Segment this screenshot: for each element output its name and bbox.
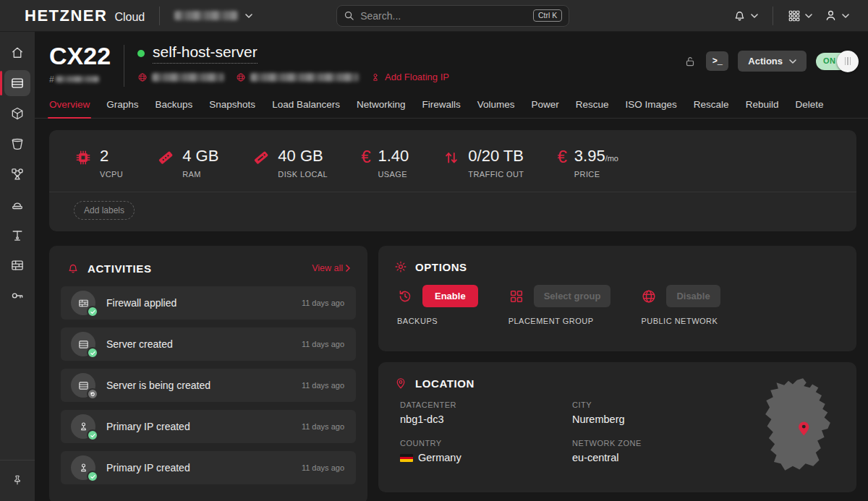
console-button[interactable]: >_ bbox=[706, 51, 728, 71]
stat-label: VCPU bbox=[100, 170, 123, 179]
stat-label: PRICE bbox=[574, 170, 618, 179]
user-menu-button[interactable] bbox=[818, 4, 855, 27]
ipv4-address[interactable] bbox=[137, 72, 224, 82]
server-tabs: Overview Graphs Backups Snapshots Load B… bbox=[35, 87, 868, 119]
brand-suffix: Cloud bbox=[114, 11, 145, 24]
activity-row[interactable]: Server is being created 11 days ago bbox=[61, 369, 356, 402]
option-public-network: Disable PUBLIC NETWORK bbox=[641, 285, 720, 325]
key-icon bbox=[10, 288, 25, 303]
chevron-down-icon bbox=[789, 59, 796, 64]
bell-icon bbox=[733, 9, 746, 22]
search-box[interactable]: Ctrl K bbox=[336, 5, 569, 27]
activity-row[interactable]: Primary IP created 11 days ago bbox=[61, 410, 356, 443]
tab-volumes[interactable]: Volumes bbox=[477, 99, 515, 118]
activity-row[interactable]: Server created 11 days ago bbox=[61, 327, 356, 361]
power-toggle[interactable]: ON bbox=[816, 53, 856, 70]
field-label: COUNTRY bbox=[400, 439, 572, 448]
actions-label: Actions bbox=[748, 56, 783, 67]
field-value: nbg1-dc3 bbox=[400, 414, 572, 425]
select-group-button: Select group bbox=[534, 285, 611, 307]
activity-row[interactable]: Primary IP created 11 days ago bbox=[61, 451, 356, 484]
server-name[interactable]: self-host-server bbox=[153, 43, 258, 64]
stat-value: 0/20 TB bbox=[468, 147, 524, 165]
search-input[interactable] bbox=[360, 10, 527, 22]
bucket-icon bbox=[10, 137, 25, 151]
sidebar-item-servers[interactable] bbox=[4, 70, 30, 96]
toggle-knob bbox=[837, 51, 859, 72]
tab-iso-images[interactable]: ISO Images bbox=[626, 99, 677, 118]
disk-icon bbox=[252, 148, 271, 167]
add-labels-button[interactable]: Add labels bbox=[74, 201, 135, 220]
server-id-prefix: # bbox=[49, 74, 54, 85]
brand-text: HETZNER bbox=[25, 7, 107, 25]
tab-graphs[interactable]: Graphs bbox=[106, 99, 138, 118]
stat-value: 4 GB bbox=[182, 147, 218, 165]
tab-networking[interactable]: Networking bbox=[357, 99, 406, 118]
topbar-actions bbox=[727, 4, 855, 27]
tab-firewalls[interactable]: Firewalls bbox=[422, 99, 460, 118]
hetzner-logo[interactable]: HETZNER Cloud bbox=[25, 7, 145, 25]
pin-icon bbox=[12, 474, 23, 486]
sidebar bbox=[0, 32, 35, 501]
globe-icon bbox=[137, 72, 148, 82]
sidebar-item-floating-ips[interactable] bbox=[4, 222, 30, 248]
sidebar-footer bbox=[0, 460, 35, 501]
notifications-button[interactable] bbox=[727, 4, 764, 27]
add-floating-ip-link[interactable]: Add Floating IP bbox=[370, 72, 449, 82]
tab-load-balancers[interactable]: Load Balancers bbox=[272, 99, 340, 118]
sidebar-item-load-balancers[interactable] bbox=[4, 192, 30, 218]
home-icon bbox=[10, 46, 25, 60]
status-dot bbox=[137, 50, 145, 57]
sidebar-item-images[interactable] bbox=[4, 100, 30, 127]
server-header: CX22 # self-host-server bbox=[35, 32, 868, 87]
tab-rescue[interactable]: Rescue bbox=[576, 99, 609, 118]
stat-value: 1.40 bbox=[378, 147, 409, 165]
project-selector[interactable] bbox=[174, 11, 252, 20]
location-title: LOCATION bbox=[415, 377, 475, 390]
grid-apps-icon bbox=[788, 9, 801, 22]
sidebar-item-firewalls[interactable] bbox=[4, 252, 30, 278]
view-all-link[interactable]: View all bbox=[312, 263, 350, 273]
tab-overview[interactable]: Overview bbox=[49, 99, 90, 118]
tab-rebuild[interactable]: Rebuild bbox=[746, 99, 779, 118]
activity-avatar bbox=[71, 332, 95, 356]
unlocked-icon bbox=[684, 55, 697, 68]
power-state-label: ON bbox=[823, 56, 836, 65]
euro-icon: € bbox=[361, 147, 370, 166]
chevron-down-icon bbox=[842, 14, 849, 18]
stat-label: USAGE bbox=[378, 170, 409, 179]
sidebar-item-home[interactable] bbox=[4, 40, 30, 66]
sidebar-item-networks[interactable] bbox=[4, 161, 30, 187]
actions-button[interactable]: Actions bbox=[738, 51, 807, 72]
tab-snapshots[interactable]: Snapshots bbox=[209, 99, 255, 118]
tab-delete[interactable]: Delete bbox=[795, 99, 823, 118]
disable-public-network-button: Disable bbox=[666, 285, 720, 307]
enable-backups-button[interactable]: Enable bbox=[422, 285, 478, 307]
tab-power[interactable]: Power bbox=[532, 99, 559, 118]
activity-time: 11 days ago bbox=[302, 299, 344, 307]
field-value: eu-central bbox=[572, 452, 741, 463]
success-badge bbox=[87, 306, 98, 317]
tab-rescale[interactable]: Rescale bbox=[694, 99, 729, 118]
success-badge bbox=[87, 347, 98, 359]
stat-value: 2 bbox=[100, 147, 123, 165]
location-panel: LOCATION DATACENTER nbg1-dc3 CITY Nuremb… bbox=[378, 362, 856, 492]
location-field-network-zone: NETWORK ZONE eu-central bbox=[572, 439, 741, 463]
main-content: CX22 # self-host-server bbox=[35, 32, 868, 501]
activity-row[interactable]: Firewall applied 11 days ago bbox=[61, 286, 356, 320]
globe-icon bbox=[236, 72, 246, 82]
cube-icon bbox=[10, 106, 25, 121]
field-value: Germany bbox=[400, 452, 572, 463]
tab-backups[interactable]: Backups bbox=[156, 99, 193, 118]
field-value: Nuremberg bbox=[572, 414, 741, 425]
ipv6-address[interactable] bbox=[236, 72, 359, 82]
activity-time: 11 days ago bbox=[302, 422, 344, 431]
apps-menu-button[interactable] bbox=[782, 5, 818, 27]
pin-sidebar-button[interactable] bbox=[7, 469, 28, 491]
redacted-project-name bbox=[174, 11, 238, 20]
options-panel: OPTIONS Enable BACKUPS Select group bbox=[378, 246, 856, 351]
sidebar-item-volumes[interactable] bbox=[4, 131, 30, 157]
stat-label: DISK LOCAL bbox=[278, 170, 328, 179]
activities-panel: ACTIVITIES View all Firewall applied 11 … bbox=[49, 246, 367, 501]
sidebar-item-security[interactable] bbox=[4, 283, 30, 309]
